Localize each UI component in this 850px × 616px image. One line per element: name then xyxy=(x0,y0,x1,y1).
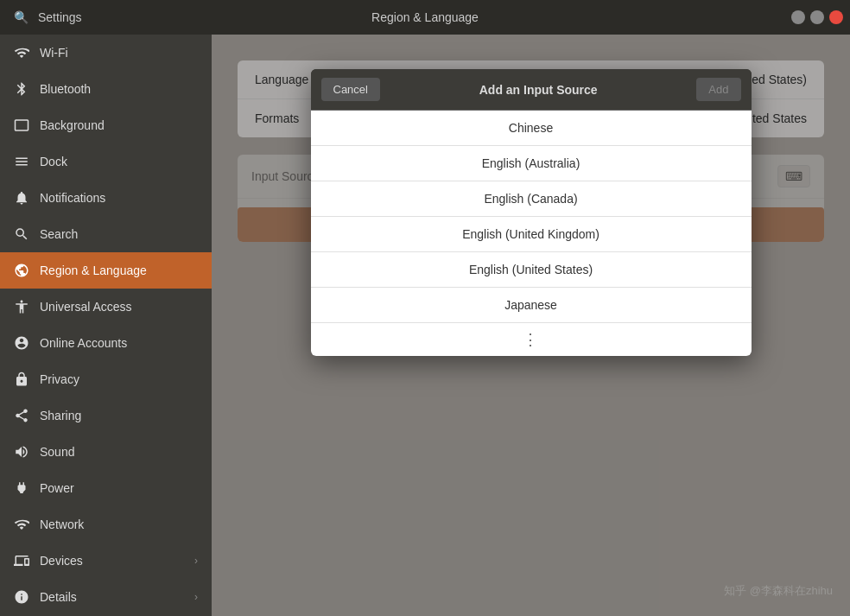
sidebar-item-sound[interactable]: Sound xyxy=(0,434,212,470)
sidebar-item-label: Sharing xyxy=(40,409,81,422)
background-icon xyxy=(14,117,29,133)
sidebar-item-universal-access[interactable]: Universal Access xyxy=(0,289,212,325)
sidebar-item-label: Privacy xyxy=(40,372,79,386)
window-title: Region & Language xyxy=(371,10,479,24)
sidebar-item-wifi[interactable]: Wi-Fi xyxy=(0,35,212,71)
sidebar-item-label: Region & Language xyxy=(40,264,147,277)
sidebar-item-online-accounts[interactable]: Online Accounts xyxy=(0,325,212,361)
list-item-japanese[interactable]: Japanese xyxy=(311,288,752,323)
power-icon xyxy=(14,480,29,496)
sidebar: Wi-Fi Bluetooth Background Dock Notifica xyxy=(0,35,212,616)
sidebar-item-label: Dock xyxy=(40,155,67,168)
sound-icon xyxy=(14,444,29,460)
sidebar-item-privacy[interactable]: Privacy xyxy=(0,361,212,397)
devices-icon xyxy=(14,553,29,568)
sidebar-item-bluetooth[interactable]: Bluetooth xyxy=(0,71,212,107)
sidebar-item-label: Universal Access xyxy=(40,300,132,314)
sidebar-item-label: Wi-Fi xyxy=(40,46,68,60)
titlebar: 🔍 Settings Region & Language xyxy=(0,0,850,35)
search-icon-titlebar[interactable]: 🔍 xyxy=(9,5,33,29)
dialog-list: Chinese English (Australia) English (Can… xyxy=(311,110,752,356)
sidebar-item-label: Search xyxy=(40,227,78,241)
sidebar-item-label: Network xyxy=(40,518,84,531)
universal-access-icon xyxy=(14,299,29,314)
sidebar-item-label: Online Accounts xyxy=(40,336,127,350)
chevron-right-icon: › xyxy=(194,555,198,567)
close-button[interactable] xyxy=(829,10,843,24)
sidebar-item-label: Background xyxy=(40,118,105,132)
add-input-source-dialog: Cancel Add an Input Source Add Chinese E… xyxy=(311,69,752,356)
dock-icon xyxy=(14,154,29,169)
sidebar-item-label: Power xyxy=(40,481,74,495)
region-icon xyxy=(14,263,29,278)
online-accounts-icon xyxy=(14,335,29,351)
sidebar-item-notifications[interactable]: Notifications xyxy=(0,180,212,216)
sidebar-item-region-language[interactable]: Region & Language xyxy=(0,252,212,289)
maximize-button[interactable] xyxy=(810,10,824,24)
dialog-add-button[interactable]: Add xyxy=(696,78,740,101)
wifi-icon xyxy=(14,45,29,60)
list-item-english-us[interactable]: English (United States) xyxy=(311,252,752,288)
sidebar-item-label: Notifications xyxy=(40,191,105,205)
details-icon xyxy=(14,589,29,605)
sidebar-item-power[interactable]: Power xyxy=(0,470,212,506)
app-name-label: Settings xyxy=(38,10,82,24)
sidebar-item-dock[interactable]: Dock xyxy=(0,143,212,180)
sharing-icon xyxy=(14,408,29,423)
notifications-icon xyxy=(14,190,29,206)
list-item-chinese[interactable]: Chinese xyxy=(311,111,752,146)
sidebar-item-details[interactable]: Details › xyxy=(0,579,212,615)
sidebar-item-background[interactable]: Background xyxy=(0,107,212,143)
sidebar-item-label: Details xyxy=(40,590,77,604)
sidebar-item-label: Devices xyxy=(40,554,83,568)
minimize-button[interactable] xyxy=(791,10,805,24)
list-item-english-uk[interactable]: English (United Kingdom) xyxy=(311,217,752,252)
dialog-cancel-button[interactable]: Cancel xyxy=(321,78,380,101)
network-icon xyxy=(14,517,29,532)
dialog-overlay: Cancel Add an Input Source Add Chinese E… xyxy=(212,35,850,616)
dialog-title: Add an Input Source xyxy=(380,83,696,97)
sidebar-item-search[interactable]: Search xyxy=(0,216,212,252)
privacy-icon xyxy=(14,372,29,387)
bluetooth-icon xyxy=(14,81,29,97)
sidebar-item-sharing[interactable]: Sharing xyxy=(0,397,212,434)
content-area: Language English (United States) Formats… xyxy=(212,35,850,616)
list-item-english-au[interactable]: English (Australia) xyxy=(311,146,752,181)
sidebar-item-network[interactable]: Network xyxy=(0,506,212,543)
list-item-more[interactable]: ⋮ xyxy=(311,323,752,356)
sidebar-item-devices[interactable]: Devices › xyxy=(0,543,212,579)
chevron-right-icon: › xyxy=(194,591,198,603)
list-item-english-ca[interactable]: English (Canada) xyxy=(311,181,752,217)
sidebar-item-label: Sound xyxy=(40,445,74,459)
sidebar-item-label: Bluetooth xyxy=(40,82,91,96)
search-icon xyxy=(14,226,29,242)
